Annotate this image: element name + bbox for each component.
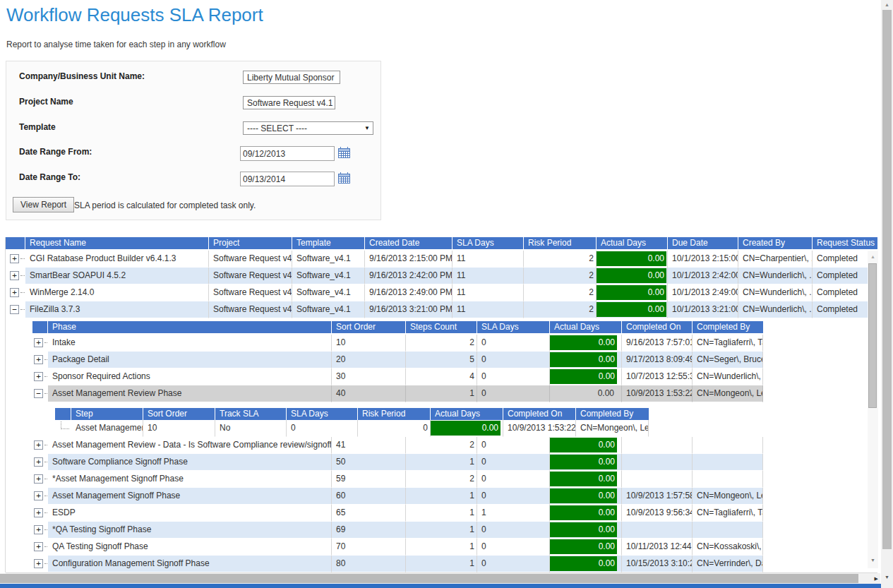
- col-actual-days[interactable]: Actual Days: [550, 321, 622, 333]
- cell-steps: 2: [406, 471, 477, 488]
- expand-toggle-icon[interactable]: +: [34, 542, 43, 551]
- col-step[interactable]: Step: [71, 408, 143, 420]
- horizontal-scrollbar-thumb[interactable]: [0, 574, 858, 583]
- expand-toggle-icon[interactable]: +: [10, 271, 19, 280]
- expand-toggle-icon[interactable]: +: [34, 491, 43, 500]
- col-request-status[interactable]: Request Status: [813, 237, 877, 249]
- scroll-up-icon[interactable]: ▲: [881, 0, 893, 10]
- col-sort-order[interactable]: Sort Order: [332, 321, 406, 333]
- cell-phase: *Asset Management Signoff Phase: [48, 471, 332, 488]
- page-scrollbar-thumb[interactable]: [882, 10, 892, 549]
- request-row[interactable]: −FileZilla 3.7.3Software Request v4.1Sof…: [6, 301, 877, 318]
- phase-row[interactable]: +Software Compliance Signoff Phase50100.…: [32, 454, 877, 471]
- template-select[interactable]: ---- SELECT ---- ▼: [243, 121, 373, 135]
- col-risk-period[interactable]: Risk Period: [524, 237, 597, 249]
- collapse-toggle-icon[interactable]: −: [34, 389, 43, 398]
- grid-vertical-scrollbar[interactable]: ▲ ▼: [868, 251, 878, 568]
- request-row[interactable]: +WinMerge 2.14.0Software Request v4.1Sof…: [6, 284, 877, 301]
- view-report-button[interactable]: View Report: [13, 197, 74, 212]
- request-row[interactable]: +CGI Ratabase Product Builder v6.4.1.3So…: [6, 251, 877, 268]
- scroll-down-icon[interactable]: ▼: [868, 556, 878, 565]
- col-sort-order[interactable]: Sort Order: [143, 408, 215, 420]
- cell-actual_days: 0.00: [597, 268, 668, 284]
- col-created-date[interactable]: Created Date: [365, 237, 453, 249]
- scroll-up-icon[interactable]: ▲: [868, 252, 878, 262]
- cell-by: CN=Mongeon\, Le...: [693, 488, 763, 505]
- col-created-by[interactable]: Created By: [738, 237, 813, 249]
- grid-scrollbar-thumb[interactable]: [868, 263, 877, 408]
- col-template[interactable]: Template: [292, 237, 365, 249]
- phase-row[interactable]: +Asset Management Signoff Phase60100.001…: [32, 488, 877, 505]
- phase-row[interactable]: +QA Testing Signoff Phase70100.0010/11/2…: [32, 539, 877, 556]
- phase-row[interactable]: +*Asset Management Signoff Phase59200.00: [32, 471, 877, 488]
- col-steps-count[interactable]: Steps Count: [406, 321, 477, 333]
- expander-column-header: [32, 321, 48, 333]
- date-to-input[interactable]: [240, 172, 335, 186]
- col-sla-days[interactable]: SLA Days: [477, 321, 550, 333]
- phase-row[interactable]: +Configuration Management Signoff Phase8…: [32, 556, 877, 572]
- tree-indent-cell: +: [32, 522, 48, 539]
- expand-toggle-icon[interactable]: +: [34, 457, 43, 467]
- date-to-label: Date Range To:: [19, 172, 80, 182]
- phase-row[interactable]: +Intake10200.009/16/2013 7:57:01 ...CN=T…: [32, 335, 877, 352]
- request-row[interactable]: +SmartBear SOAPUI 4.5.2Software Request …: [6, 268, 877, 284]
- col-completed-by[interactable]: Completed By: [576, 408, 649, 420]
- horizontal-scrollbar[interactable]: ▶: [0, 573, 880, 584]
- col-request-name[interactable]: Request Name: [25, 237, 209, 249]
- cell-created_by: CN=Wunderlich\, ...: [738, 284, 813, 301]
- calendar-icon[interactable]: [338, 147, 350, 158]
- col-actual-days[interactable]: Actual Days: [597, 237, 668, 249]
- col-completed-on[interactable]: Completed On: [503, 408, 576, 420]
- col-risk-period[interactable]: Risk Period: [358, 408, 431, 420]
- col-due-date[interactable]: Due Date: [668, 237, 738, 249]
- tree-indent-cell: [55, 420, 71, 437]
- page-vertical-scrollbar[interactable]: ▲ ▼: [881, 0, 893, 588]
- tree-dots: [20, 275, 25, 276]
- phase-row[interactable]: +Sponsor Required Actions30400.0010/7/20…: [32, 368, 877, 385]
- cell-sla: 0: [477, 556, 550, 572]
- expand-toggle-icon[interactable]: +: [34, 440, 43, 450]
- col-track-sla[interactable]: Track SLA: [215, 408, 287, 420]
- expand-toggle-icon[interactable]: +: [34, 559, 43, 568]
- expand-toggle-icon[interactable]: +: [34, 474, 43, 484]
- collapse-toggle-icon[interactable]: −: [10, 305, 19, 314]
- col-phase[interactable]: Phase: [48, 321, 332, 333]
- expand-toggle-icon[interactable]: +: [34, 338, 43, 347]
- phase-row[interactable]: +Asset Management Review - Data - Is Sof…: [32, 437, 877, 454]
- company-select[interactable]: Liberty Mutual Sponsor ▼: [243, 71, 340, 84]
- col-actual-days[interactable]: Actual Days: [431, 408, 503, 420]
- expand-toggle-icon[interactable]: +: [10, 254, 19, 263]
- cell-actual: 0.00: [550, 335, 622, 352]
- expand-toggle-icon[interactable]: +: [34, 525, 43, 534]
- col-project[interactable]: Project: [209, 237, 292, 249]
- expand-toggle-icon[interactable]: +: [34, 508, 43, 517]
- tree-indent-cell: +: [32, 454, 48, 471]
- cell-phase: Package Detail: [48, 352, 332, 368]
- expand-toggle-icon[interactable]: +: [34, 355, 43, 364]
- phase-row[interactable]: +ESDP65110.0010/9/2013 9:56:34 ...CN=Tag…: [32, 505, 877, 522]
- cell-sort: 10: [332, 335, 406, 352]
- cell-sort: 30: [332, 368, 406, 385]
- project-select[interactable]: Software Request v4.1 ▼: [243, 96, 335, 109]
- tree-dots: [20, 258, 25, 259]
- step-row[interactable]: Asset Managemen...10No000.0010/9/2013 1:…: [55, 420, 877, 437]
- col-sla-days[interactable]: SLA Days: [287, 408, 358, 420]
- scroll-right-icon[interactable]: ▶: [875, 573, 878, 584]
- col-completed-on[interactable]: Completed On: [622, 321, 693, 333]
- expand-toggle-icon[interactable]: +: [10, 288, 19, 297]
- tree-dots: [20, 292, 25, 293]
- date-from-input[interactable]: [240, 146, 335, 161]
- scroll-down-icon[interactable]: ▼: [881, 572, 893, 583]
- col-completed-by[interactable]: Completed By: [693, 321, 763, 333]
- actual-days-sla-highlight: 0.00: [597, 302, 666, 317]
- phase-row[interactable]: +Package Detail20500.009/17/2013 8:09:49…: [32, 352, 877, 368]
- calendar-icon[interactable]: [338, 172, 350, 184]
- cell-on: 10/11/2013 12:44:...: [622, 539, 693, 556]
- col-sla-days[interactable]: SLA Days: [453, 237, 524, 249]
- cell-template: Software_v4.1: [292, 284, 365, 301]
- phase-row[interactable]: −Asset Management Review Phase40100.0010…: [32, 385, 877, 402]
- expand-toggle-icon[interactable]: +: [34, 372, 43, 381]
- cell-steps: 1: [406, 488, 477, 505]
- cell-actual: 0.00: [550, 454, 622, 471]
- phase-row[interactable]: +*QA Testing Signoff Phase69100.00: [32, 522, 877, 539]
